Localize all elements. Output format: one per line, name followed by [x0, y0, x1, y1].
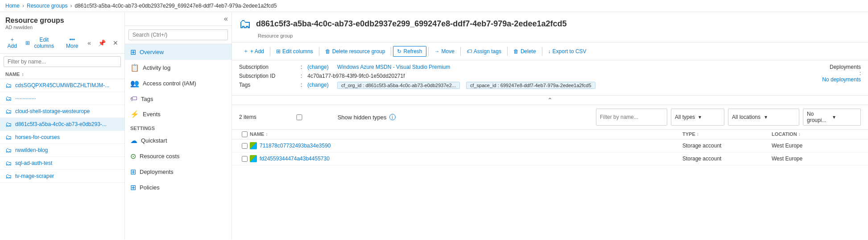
sidebar-filter — [0, 54, 124, 70]
resource-link[interactable]: 711878c07732493ba34e3590 — [260, 143, 331, 149]
move-icon: → — [434, 48, 440, 55]
nav-item-quickstart[interactable]: ☁ Quickstart — [125, 133, 231, 148]
tag-key-2: cf_space_id — [470, 83, 496, 88]
subscription-row: Subscription : (change) Windows Azure MS… — [239, 64, 822, 70]
storage-icon — [250, 155, 257, 162]
breadcrumb: Home › Resource groups › d861c5f3-a5ba-4… — [0, 0, 868, 12]
breadcrumb-home[interactable]: Home — [5, 3, 20, 9]
sidebar-edit-columns-button[interactable]: ⊞ Edit columns — [23, 35, 60, 51]
nav-item-policies[interactable]: ⊞ Policies — [125, 180, 231, 195]
columns-icon: ⊞ — [25, 40, 30, 46]
nav-item-overview[interactable]: ⊞ Overview — [125, 44, 231, 60]
collapse-arrow[interactable]: ⌃ — [232, 96, 868, 105]
sidebar-collapse-button[interactable]: « — [85, 38, 94, 48]
deployments-icon: ⊞ — [130, 168, 136, 176]
toolbar-separator — [319, 47, 319, 56]
assign-tags-icon: 🏷 — [467, 48, 472, 55]
subscription-change-link[interactable]: (change) — [307, 64, 328, 70]
content-toolbar: ＋ + Add ⊞ Edit columns 🗑 Delete resource… — [232, 42, 868, 60]
chevron-down-icon: ▾ — [765, 114, 795, 120]
move-button[interactable]: → Move — [430, 46, 459, 57]
header-checkbox-cell — [239, 131, 250, 137]
tags-row: Tags : (change) cf_org_id : d861c5f3-a5b… — [239, 82, 822, 89]
sidebar-title: Resource groups — [5, 17, 119, 25]
select-all-checkbox[interactable] — [242, 131, 248, 137]
chevron-down-icon: ▾ — [699, 114, 720, 120]
list-item[interactable]: 🗂 cloud-shell-storage-westeurope — [0, 105, 124, 118]
sidebar-left: Resource groups AD rwwilden + Add ⊞ Edit… — [0, 12, 125, 240]
rg-title: d861c5f3-a5ba-4c0c-ab73-e0db2937e299_699… — [256, 19, 566, 29]
delete-icon: 🗑 — [513, 48, 519, 55]
rg-icon: 🗂 — [5, 160, 12, 167]
tag-pill-1: cf_org_id : d861c5f3-a5ba-4c0c-ab73-e0db… — [337, 82, 460, 89]
toolbar-separator — [270, 47, 270, 56]
edit-columns-button[interactable]: ⊞ Edit columns — [272, 46, 317, 57]
list-item[interactable]: 🗂 cdsSGQPXR45CUMWBCZHLTIMJM-... — [0, 79, 124, 92]
list-item[interactable]: 🗂 ·············· — [0, 92, 124, 105]
delete-rg-button[interactable]: 🗑 Delete resource group — [321, 46, 389, 57]
events-icon: ⚡ — [130, 110, 139, 118]
table-header: NAME ↕ TYPE ↕ LOCATION ↕ — [232, 130, 868, 139]
deployments-info: Deployments : No deployments — [822, 64, 861, 83]
nav-item-tags[interactable]: 🏷 Tags — [125, 91, 231, 106]
assign-tags-button[interactable]: 🏷 Assign tags — [463, 46, 505, 57]
toolbar-separator — [507, 47, 508, 56]
list-item[interactable]: 🗂 sql-ad-auth-test — [0, 157, 124, 170]
name-header: NAME ↕ — [250, 131, 682, 137]
rg-large-icon: 🗂 — [239, 17, 252, 31]
activity-log-icon: 📋 — [130, 63, 139, 72]
list-item-active[interactable]: 🗂 d861c5f3-a5ba-4c0c-ab73-e0db293-... — [0, 118, 124, 131]
delete-rg-icon: 🗑 — [325, 48, 331, 55]
filter-grouping-dropdown[interactable]: No groupi... ▾ — [803, 109, 861, 126]
nav-collapse-button[interactable]: « — [125, 12, 231, 26]
resource-link[interactable]: fd24559344474a43b4455730 — [260, 156, 330, 162]
rg-icon: 🗂 — [5, 173, 12, 180]
toolbar-separator — [391, 47, 391, 56]
sidebar-pin-button[interactable]: 📌 — [95, 38, 108, 48]
sidebar-more-button[interactable]: ••• More — [61, 35, 83, 51]
filter-bar: 2 items Show hidden types i All types ▾ … — [232, 105, 868, 130]
breadcrumb-resource-groups[interactable]: Resource groups — [27, 3, 67, 9]
sidebar-add-button[interactable]: + Add — [4, 35, 21, 51]
export-csv-button[interactable]: ↓ Export to CSV — [544, 46, 591, 57]
sidebar-subtitle: AD rwwilden — [5, 25, 119, 30]
nav-item-deployments[interactable]: ⊞ Deployments — [125, 164, 231, 180]
rg-icon: 🗂 — [5, 108, 12, 115]
nav-search — [125, 26, 231, 44]
row-checkbox[interactable] — [242, 156, 248, 162]
sidebar-filter-input[interactable] — [4, 56, 121, 67]
row-checkbox-cell — [239, 156, 250, 162]
nav-search-input[interactable] — [128, 29, 228, 40]
nav-item-events[interactable]: ⚡ Events — [125, 106, 231, 122]
deployments-value[interactable]: No deployments — [822, 76, 861, 83]
quickstart-icon: ☁ — [130, 136, 137, 145]
delete-button[interactable]: 🗑 Delete — [509, 46, 540, 57]
export-icon: ↓ — [548, 48, 551, 55]
sidebar-close-button[interactable]: ✕ — [110, 38, 121, 48]
show-hidden-checkbox[interactable] — [264, 114, 335, 120]
refresh-button[interactable]: ↻ Refresh — [393, 46, 426, 57]
list-item[interactable]: 🗂 rwwilden-blog — [0, 144, 124, 157]
row-type-cell: Storage account — [682, 156, 772, 162]
tag-value-2: 699247e8-ddf7-4eb7-979a-2edee1a2fcd5 — [500, 83, 591, 88]
nav-item-activity-log[interactable]: 📋 Activity log — [125, 60, 231, 76]
list-item[interactable]: 🗂 tv-mage-scraper — [0, 170, 124, 183]
filter-location-dropdown[interactable]: All locations ▾ — [728, 109, 799, 126]
row-checkbox[interactable] — [242, 143, 248, 149]
subscription-id-label: Subscription ID — [239, 73, 297, 79]
filter-type-dropdown[interactable]: All types ▾ — [671, 109, 724, 126]
add-icon: ＋ — [243, 47, 248, 55]
subscription-value[interactable]: Windows Azure MSDN - Visual Studio Premi… — [337, 64, 450, 70]
nav-item-access-control[interactable]: 👥 Access control (IAM) — [125, 76, 231, 91]
location-header: LOCATION ↕ — [772, 131, 861, 137]
overview-icon: ⊞ — [130, 48, 136, 56]
toolbar-separator — [460, 47, 461, 56]
filter-name-input[interactable] — [596, 109, 667, 126]
list-item[interactable]: 🗂 horses-for-courses — [0, 131, 124, 144]
tags-change-link[interactable]: (change) — [307, 82, 328, 88]
table-row: 711878c07732493ba34e3590 Storage account… — [232, 139, 868, 152]
add-button[interactable]: ＋ + Add — [239, 45, 268, 57]
nav-item-resource-costs[interactable]: ⊙ Resource costs — [125, 148, 231, 164]
settings-section-header: Settings — [125, 122, 231, 133]
access-control-icon: 👥 — [130, 79, 139, 88]
